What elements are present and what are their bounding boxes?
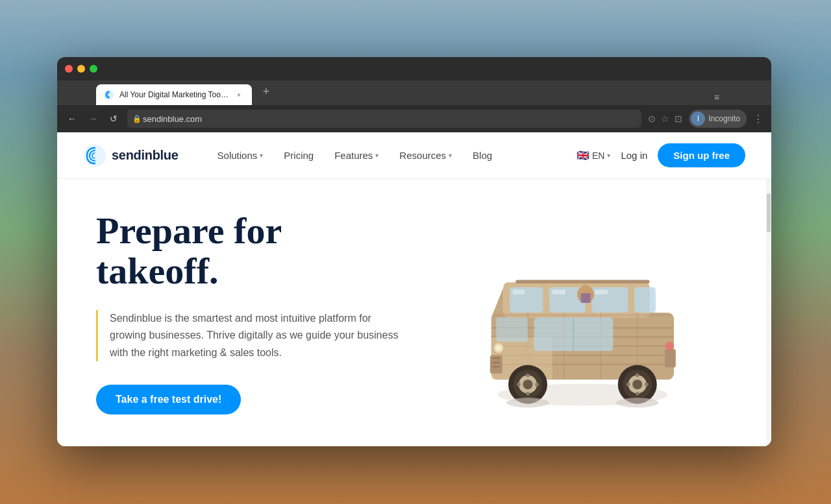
- website: sendinblue Solutions ▾ Pricing Features …: [57, 132, 771, 446]
- svg-point-50: [636, 392, 639, 396]
- cast-icon[interactable]: ⊙: [648, 114, 656, 124]
- nav-features[interactable]: Features ▾: [334, 150, 378, 161]
- hero-illustration: [408, 215, 745, 410]
- url-input[interactable]: [127, 110, 641, 128]
- maximize-window-button[interactable]: [90, 65, 97, 73]
- hero-description-wrap: Sendinblue is the smartest and most intu…: [96, 310, 408, 361]
- svg-point-24: [581, 285, 591, 294]
- hero-title-line2: takeoff.: [96, 250, 218, 292]
- solutions-chevron-icon: ▾: [260, 152, 263, 159]
- browser-window: All Your Digital Marketing Tool… × + ≡ ←…: [57, 57, 771, 446]
- forward-button[interactable]: →: [86, 114, 100, 124]
- avatar-initial: I: [697, 114, 699, 123]
- lock-icon: 🔒: [132, 115, 142, 123]
- site-nav: sendinblue Solutions ▾ Pricing Features …: [57, 132, 771, 179]
- avatar: I: [691, 112, 705, 126]
- svg-rect-35: [665, 349, 676, 367]
- scrollbar[interactable]: [766, 179, 771, 446]
- svg-rect-25: [581, 293, 591, 303]
- logo-text: sendinblue: [112, 148, 179, 163]
- hero-cta-button[interactable]: Take a free test drive!: [96, 385, 241, 414]
- svg-rect-55: [515, 280, 649, 283]
- address-bar-icons: ⊙ ☆ ⊡: [648, 114, 682, 124]
- bookmark-icon[interactable]: ☆: [661, 114, 669, 124]
- svg-point-53: [506, 398, 549, 407]
- site-logo[interactable]: sendinblue: [83, 144, 179, 167]
- svg-rect-20: [513, 289, 525, 294]
- resources-chevron-icon: ▾: [449, 152, 452, 159]
- flag-icon: 🇬🇧: [577, 149, 589, 162]
- nav-resources[interactable]: Resources ▾: [399, 150, 452, 161]
- svg-point-41: [526, 374, 530, 378]
- back-button[interactable]: ←: [65, 114, 79, 124]
- language-selector[interactable]: 🇬🇧 EN ▾: [577, 149, 610, 162]
- traffic-lights: [65, 65, 97, 73]
- hero-description: Sendinblue is the smartest and most intu…: [110, 310, 408, 361]
- svg-point-36: [665, 342, 674, 350]
- svg-rect-19: [634, 287, 656, 313]
- tab-menu-button[interactable]: ≡: [714, 92, 719, 102]
- nav-pricing[interactable]: Pricing: [284, 150, 314, 161]
- signup-button[interactable]: Sign up free: [658, 143, 745, 167]
- reload-button[interactable]: ↺: [106, 114, 121, 124]
- hero-title: Prepare for takeoff.: [96, 211, 408, 292]
- tab-close-button[interactable]: ×: [234, 90, 244, 100]
- tab-title: All Your Digital Marketing Tool…: [119, 90, 229, 99]
- svg-marker-5: [491, 287, 504, 318]
- login-button[interactable]: Log in: [621, 150, 647, 161]
- nav-blog[interactable]: Blog: [473, 150, 492, 161]
- svg-point-40: [523, 379, 533, 389]
- lang-chevron-icon: ▾: [607, 152, 610, 159]
- new-tab-button[interactable]: +: [257, 84, 275, 102]
- nav-links: Solutions ▾ Pricing Features ▾ Resources…: [217, 150, 577, 161]
- svg-point-48: [632, 379, 642, 389]
- hero-content: Prepare for takeoff. Sendinblue is the s…: [96, 211, 408, 414]
- svg-rect-22: [595, 289, 608, 294]
- title-bar: [57, 57, 771, 80]
- active-tab[interactable]: All Your Digital Marketing Tool… ×: [96, 84, 252, 105]
- address-bar: ← → ↺ 🔒 ⊙ ☆ ⊡ I Incognito ⋮: [57, 105, 771, 132]
- logo-icon: [83, 144, 106, 167]
- van-svg: [453, 215, 700, 410]
- nav-solutions[interactable]: Solutions ▾: [217, 150, 264, 161]
- tab-controls-right: ≡: [714, 92, 719, 105]
- svg-point-42: [526, 392, 530, 396]
- svg-rect-56: [493, 314, 673, 317]
- nav-right: 🇬🇧 EN ▾ Log in Sign up free: [577, 143, 745, 167]
- address-bar-input-wrap: 🔒: [127, 110, 641, 128]
- browser-menu-button[interactable]: ⋮: [753, 113, 763, 125]
- svg-point-52: [645, 383, 649, 387]
- features-chevron-icon: ▾: [375, 152, 378, 159]
- hero-section: Prepare for takeoff. Sendinblue is the s…: [57, 179, 771, 446]
- close-window-button[interactable]: [65, 65, 73, 73]
- hero-title-line1: Prepare for: [96, 210, 282, 252]
- tab-favicon: [104, 90, 114, 100]
- svg-rect-21: [552, 289, 566, 294]
- svg-point-49: [636, 374, 639, 378]
- lang-label: EN: [592, 150, 604, 161]
- svg-point-44: [535, 383, 539, 387]
- profile-button[interactable]: I Incognito: [689, 110, 747, 128]
- svg-point-51: [626, 383, 630, 387]
- minimize-window-button[interactable]: [77, 65, 85, 73]
- svg-point-34: [495, 345, 501, 351]
- profile-name: Incognito: [708, 114, 740, 123]
- tab-bar: All Your Digital Marketing Tool… × + ≡: [57, 80, 771, 105]
- tab-search-icon[interactable]: ⊡: [675, 114, 682, 124]
- svg-point-43: [517, 383, 521, 387]
- svg-rect-28: [496, 318, 528, 342]
- svg-point-54: [616, 398, 659, 407]
- scrollbar-thumb[interactable]: [767, 193, 771, 232]
